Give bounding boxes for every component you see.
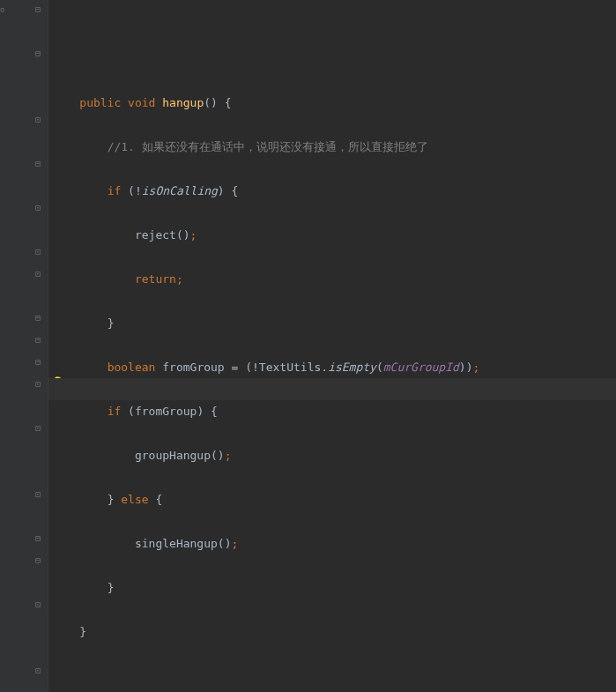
code-line[interactable]: if (!isOnCalling) { (52, 180, 616, 202)
fold-icon[interactable]: ⊟ (33, 534, 42, 543)
code-editor[interactable]: public void hangup() { //1. 如果还没有在通话中，说明… (48, 0, 616, 692)
code-line[interactable]: reject(); (52, 224, 616, 246)
fold-icon[interactable]: ⊟ (33, 49, 42, 58)
fold-icon[interactable]: ⊟ (33, 5, 42, 14)
fold-end-icon[interactable]: ⊡ (33, 490, 42, 499)
code-line[interactable]: public void hangup() { (52, 92, 616, 114)
fold-icon[interactable]: ⊟ (33, 336, 42, 345)
fold-end-icon[interactable]: ⊡ (33, 204, 42, 212)
fold-icon[interactable]: ⊟ (33, 314, 42, 323)
code-line[interactable]: //1. 如果还没有在通话中，说明还没有接通，所以直接拒绝了 (52, 136, 616, 158)
code-line[interactable]: boolean fromGroup = (!TextUtils.isEmpty(… (52, 356, 616, 378)
fold-end-icon[interactable]: ⊡ (33, 270, 42, 279)
code-line[interactable]: return; (52, 268, 616, 290)
fold-end-icon[interactable]: ⊡ (33, 424, 42, 433)
code-line[interactable]: } (52, 577, 616, 599)
fold-icon[interactable]: ⊟ (33, 160, 42, 168)
code-line[interactable]: singleHangup(); (52, 532, 616, 554)
code-line[interactable]: } (52, 621, 616, 643)
fold-end-icon[interactable]: ⊡ (33, 666, 42, 675)
code-line[interactable]: } (52, 312, 616, 334)
override-icon[interactable]: o (0, 5, 9, 14)
code-line[interactable] (52, 665, 616, 687)
fold-end-icon[interactable]: ⊡ (33, 380, 42, 389)
code-line[interactable]: } else { (52, 488, 616, 510)
fold-end-icon[interactable]: ⊡ (33, 600, 42, 609)
fold-icon[interactable]: ⊟ (33, 556, 42, 565)
fold-icon[interactable]: ⊟ (33, 358, 42, 367)
fold-end-icon[interactable]: ⊡ (33, 115, 42, 124)
editor-gutter[interactable]: o ⊟ ⊟ ⊡ ⊟ ⊡ ⊡ ⊡ ⊟ ⊟ ⊟ 💡 ⊡ ⊡ ⊡ ⊟ ⊟ ⊡ ⊡ (0, 0, 48, 692)
code-line[interactable]: if (fromGroup) { (52, 400, 616, 422)
fold-end-icon[interactable]: ⊡ (33, 248, 42, 257)
code-line[interactable]: groupHangup(); (52, 444, 616, 466)
